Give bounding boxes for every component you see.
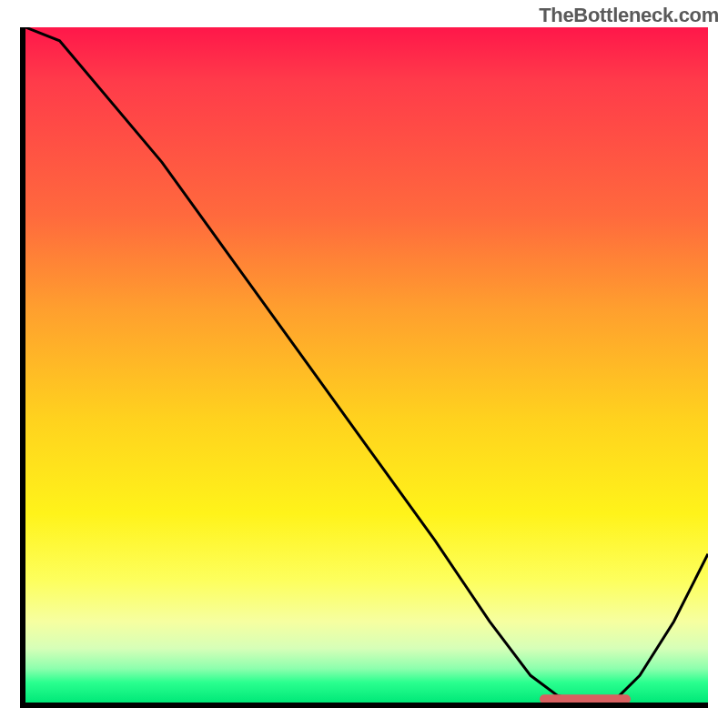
watermark-text: TheBottleneck.com bbox=[539, 4, 719, 27]
gradient-background bbox=[25, 27, 708, 703]
chart-container: TheBottleneck.com bbox=[0, 0, 728, 728]
plot-area bbox=[20, 27, 708, 708]
